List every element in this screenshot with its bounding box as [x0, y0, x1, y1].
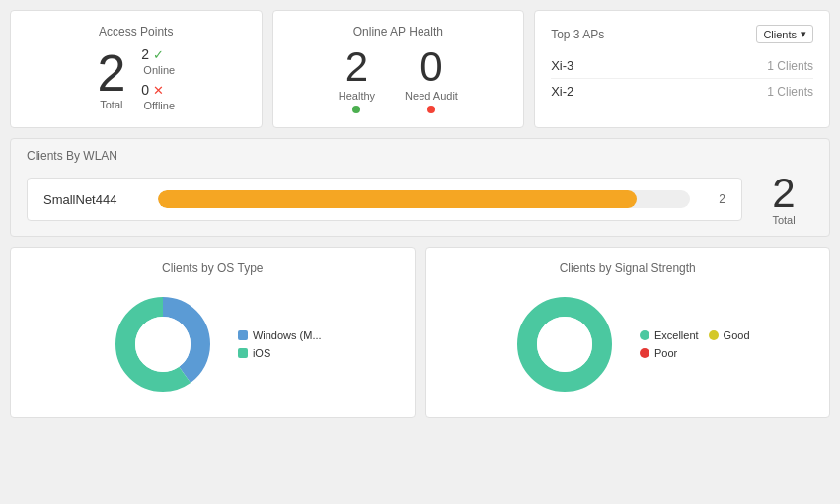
signal-donut — [505, 285, 624, 403]
checkmark-icon: ✓ — [153, 47, 164, 62]
top3-header: Top 3 APs Clients ▾ — [551, 25, 813, 43]
top3-ap-name-2: Xi-2 — [551, 84, 573, 99]
ap-details: 2 ✓ Online 0 ✕ Offline — [141, 46, 175, 111]
wlan-bar-1 — [158, 190, 637, 208]
ap-total-section: 2 Total — [97, 47, 125, 110]
ap-offline-num: 0 — [141, 82, 149, 98]
excellent-dot — [640, 330, 649, 340]
ap-online-row: 2 ✓ — [141, 46, 175, 62]
poor-dot — [640, 348, 649, 358]
ap-total-num: 2 — [97, 47, 125, 99]
ap-online-num: 2 — [141, 46, 149, 62]
access-points-card: Access Points 2 Total 2 ✓ Online 0 ✕ Off… — [10, 10, 263, 128]
top3-card: Top 3 APs Clients ▾ Xi-3 1 Clients Xi-2 … — [534, 10, 830, 128]
need-audit-dot — [427, 106, 435, 113]
need-audit-item: 0 Need Audit — [405, 46, 458, 113]
need-audit-num: 0 — [420, 46, 442, 88]
top3-rows: Xi-3 1 Clients Xi-2 1 Clients — [551, 53, 813, 104]
signal-legend: Excellent Good Poor — [640, 329, 750, 359]
os-type-body: Windows (M... iOS — [27, 285, 399, 403]
svg-point-2 — [135, 317, 191, 372]
health-body: 2 Healthy 0 Need Audit — [289, 46, 508, 113]
wlan-body: SmallNet444 2 — [27, 178, 742, 221]
top3-dropdown[interactable]: Clients ▾ — [756, 25, 813, 43]
top3-ap-name-1: Xi-3 — [551, 58, 573, 73]
windows-label: Windows (M... — [253, 329, 322, 341]
legend-item-windows: Windows (M... — [238, 329, 322, 341]
os-type-title: Clients by OS Type — [27, 261, 399, 275]
access-points-body: 2 Total 2 ✓ Online 0 ✕ Offline — [27, 46, 246, 111]
legend-item-good: Good — [709, 329, 750, 341]
signal-title: Clients by Signal Strength — [442, 261, 814, 275]
health-title: Online AP Health — [289, 25, 508, 38]
good-dot — [709, 330, 719, 340]
wlan-total-label: Total — [754, 214, 813, 226]
chevron-down-icon: ▾ — [801, 28, 806, 40]
signal-body: Excellent Good Poor — [442, 285, 814, 403]
windows-dot — [238, 330, 248, 340]
legend-item-ios: iOS — [238, 347, 322, 359]
access-points-title: Access Points — [27, 25, 246, 38]
health-card: Online AP Health 2 Healthy 0 Need Audit — [272, 10, 525, 128]
wlan-total-num: 2 — [754, 173, 813, 214]
wlan-section: Clients By WLAN SmallNet444 2 2 Total — [10, 138, 830, 237]
top3-dropdown-label: Clients — [763, 29, 797, 40]
excellent-label: Excellent — [654, 329, 699, 341]
legend-item-excellent: Excellent — [640, 329, 699, 341]
healthy-label: Healthy — [339, 90, 375, 102]
top3-title: Top 3 APs — [551, 28, 604, 41]
legend-item-poor: Poor — [640, 347, 750, 359]
poor-label: Poor — [654, 347, 677, 359]
need-audit-label: Need Audit — [405, 90, 458, 102]
os-type-donut — [104, 285, 222, 403]
os-type-card: Clients by OS Type Windows (M... — [10, 247, 416, 418]
wlan-name-1: SmallNet444 — [43, 192, 142, 207]
wlan-total-section: 2 Total — [754, 173, 813, 226]
signal-card: Clients by Signal Strength Excellent — [425, 247, 831, 418]
wlan-bar-container-1 — [158, 190, 690, 208]
xmark-icon: ✕ — [153, 83, 164, 98]
wlan-section-title: Clients By WLAN — [27, 149, 813, 163]
healthy-dot — [352, 106, 360, 113]
top3-row-1: Xi-3 1 Clients — [551, 53, 813, 79]
ap-offline-row: 0 ✕ — [141, 82, 175, 98]
top3-ap-count-2: 1 Clients — [767, 85, 813, 99]
ap-offline-label: Offline — [143, 100, 175, 111]
ios-dot — [238, 348, 248, 358]
svg-point-4 — [537, 317, 592, 372]
ios-label: iOS — [253, 347, 270, 359]
wlan-bar-count-1: 2 — [706, 192, 725, 206]
healthy-num: 2 — [345, 46, 368, 88]
ap-total-label: Total — [97, 99, 125, 110]
top3-ap-count-1: 1 Clients — [767, 59, 813, 73]
healthy-item: 2 Healthy — [339, 46, 375, 113]
ap-online-label: Online — [143, 64, 175, 76]
top3-row-2: Xi-2 1 Clients — [551, 79, 813, 104]
good-label: Good — [724, 329, 750, 341]
os-type-legend: Windows (M... iOS — [238, 329, 322, 359]
